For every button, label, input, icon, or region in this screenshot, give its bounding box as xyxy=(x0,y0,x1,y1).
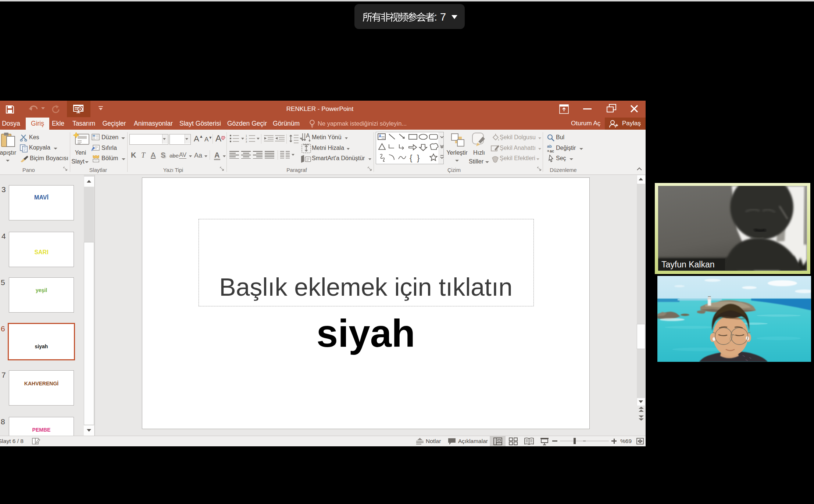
svg-text:{: { xyxy=(410,153,412,162)
svg-text:3: 3 xyxy=(246,140,247,143)
svg-text:ac: ac xyxy=(550,149,554,153)
svg-text:A: A xyxy=(379,134,381,138)
svg-text:}: } xyxy=(417,153,420,162)
svg-text:2: 2 xyxy=(246,137,247,140)
svg-text:ab: ab xyxy=(547,144,552,148)
svg-text:A: A xyxy=(306,133,310,139)
svg-text:1: 1 xyxy=(246,134,247,137)
